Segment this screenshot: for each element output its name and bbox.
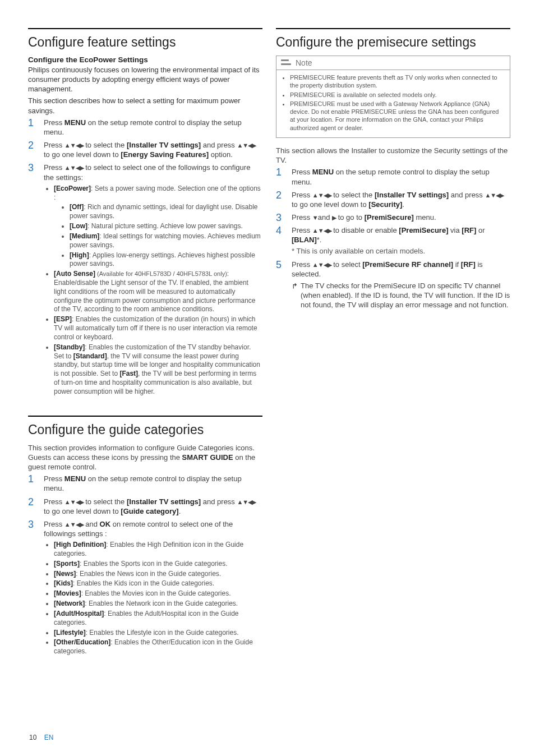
option-movies: [Movies]: Enables the Movies icon in the… <box>54 589 262 598</box>
result-note: The TV checks for the PremiSecure ID on … <box>292 281 510 310</box>
step-2: Press ▲▼◀▶ to select the [Installer TV s… <box>28 497 262 516</box>
note-item: PREMISECURE feature prevents theft as TV… <box>290 73 504 90</box>
nav-arrows-icon: ▲▼◀▶ <box>237 499 256 505</box>
nav-arrows-icon: ▲▼◀▶ <box>312 261 331 268</box>
option-news: [News]: Enables the News icon in the Gui… <box>54 570 262 579</box>
option-kids: [Kids]: Enables the Kids icon in the Gui… <box>54 579 262 588</box>
paragraph: This section provides information to con… <box>28 443 262 472</box>
page-footer: 10 EN <box>29 734 53 741</box>
paragraph: This section allows the Installer to cus… <box>276 146 510 165</box>
option-ecopower: [EcoPower]: Sets a power saving mode. Se… <box>54 185 262 269</box>
step-2: Press ▲▼◀▶ to select the [Installer TV s… <box>28 140 262 159</box>
note-label: Note <box>296 58 312 67</box>
step-1: Press MENU on the setup remote control t… <box>28 118 262 137</box>
heading-premisecure: Configure the premisecure settings <box>276 28 510 50</box>
nav-arrows-icon: ▲▼◀▶ <box>64 499 84 505</box>
step-5: Press ▲▼◀▶ to select [PremiSecure RF cha… <box>276 260 510 310</box>
nav-arrows-icon: ▲▼◀▶ <box>312 227 331 234</box>
footnote: * This is only available on certain mode… <box>292 246 510 256</box>
step-3: Press ▲▼◀▶ and OK on remote control to s… <box>28 519 262 656</box>
nav-arrows-icon: ▲▼◀▶ <box>485 192 504 199</box>
note-box: Note PREMISECURE feature prevents theft … <box>276 56 510 138</box>
option-other-education: [Other/Education]: Enables the Other/Edu… <box>54 638 262 656</box>
note-icon <box>281 59 291 67</box>
option-autosense: [Auto Sense] (Available for 40HFL5783D /… <box>54 270 262 314</box>
page-number: 10 <box>29 734 36 741</box>
step-3: Press ▲▼◀▶ to select to select one of th… <box>28 163 262 396</box>
step-4: Press ▲▼◀▶ to disable or enable [PremiSe… <box>276 225 510 256</box>
paragraph: This section describes how to select a s… <box>28 96 262 115</box>
nav-arrows-icon: ▲▼◀▶ <box>64 164 84 171</box>
note-item: PREMISECURE must be used with a Gateway … <box>290 100 504 132</box>
option-low: [Low]: Natural picture setting. Achieve … <box>70 222 262 231</box>
option-hd: [High Definition]: Enables the High Defi… <box>54 541 262 559</box>
option-adult-hospital: [Adult/Hospital]: Enables the Adult/Hosp… <box>54 610 262 628</box>
nav-arrows-icon: ▲▼◀▶ <box>312 192 331 199</box>
nav-arrows-icon: ▲▼◀▶ <box>237 142 256 149</box>
nav-arrows-icon: ▲▼◀▶ <box>64 142 84 149</box>
option-sports: [Sports]: Enables the Sports icon in the… <box>54 560 262 569</box>
page-language: EN <box>44 734 54 741</box>
heading-feature-settings: Configure feature settings <box>28 28 262 50</box>
step-2: Press ▲▼◀▶ to select the [Installer TV s… <box>276 190 510 209</box>
heading-guide-categories: Configure the guide categories <box>28 416 262 437</box>
step-3: Press ▼and ▶ to go to [PremiSecure] menu… <box>276 213 510 222</box>
down-arrow-icon: ▼ <box>312 214 318 221</box>
option-off: [Off]: Rich and dynamic settings, ideal … <box>70 203 262 221</box>
subheading-ecopower: Configure the EcoPower Settings <box>28 56 262 64</box>
note-item: PREMISECURE is available on selected mod… <box>290 91 504 99</box>
option-medium: [Medium]: Ideal settings for watching mo… <box>70 232 262 250</box>
right-arrow-icon: ▶ <box>332 214 336 221</box>
paragraph: Philips continuously focuses on lowering… <box>28 65 262 94</box>
option-lifestyle: [Lifestyle]: Enables the Lifestyle icon … <box>54 629 262 638</box>
step-1: Press MENU on the setup remote control t… <box>28 474 262 493</box>
step-1: Press MENU on the setup remote control t… <box>276 167 510 186</box>
option-standby: [Standby]: Enables the customization of … <box>54 343 262 397</box>
nav-arrows-icon: ▲▼◀▶ <box>64 521 84 528</box>
option-esp: [ESP]: Enables the customization of the … <box>54 315 262 342</box>
option-high: [High]: Applies low-energy settings. Ach… <box>70 251 262 269</box>
option-network: [Network]: Enables the Network icon in t… <box>54 600 262 609</box>
